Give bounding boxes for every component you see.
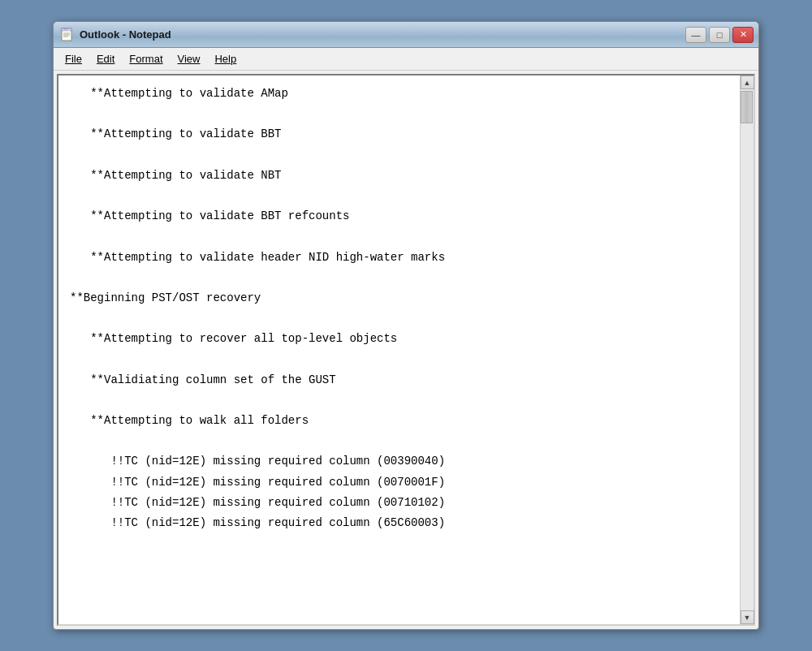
menu-item-view[interactable]: View [171,50,207,67]
title-bar-left: Outlook - Notepad [60,28,171,42]
title-bar: Outlook - Notepad — □ ✕ [54,22,758,48]
window-controls: — □ ✕ [685,27,754,43]
svg-rect-5 [64,28,67,29]
notepad-window: Outlook - Notepad — □ ✕ FileEditFormatVi… [53,21,759,630]
notepad-icon [60,28,75,42]
content-area: **Attempting to validate AMap **Attempti… [57,74,755,626]
maximize-button[interactable]: □ [709,27,730,43]
menu-item-help[interactable]: Help [208,50,243,67]
minimize-button[interactable]: — [685,27,706,43]
scrollbar: ▲ ▼ [740,75,754,624]
window-title: Outlook - Notepad [80,28,171,41]
scroll-down-button[interactable]: ▼ [741,610,754,624]
menu-item-edit[interactable]: Edit [90,50,121,67]
menu-bar: FileEditFormatViewHelp [54,48,758,71]
close-button[interactable]: ✕ [732,27,754,43]
scroll-up-button[interactable]: ▲ [741,75,754,89]
scroll-thumb[interactable] [741,91,753,123]
menu-item-file[interactable]: File [58,50,89,67]
scroll-track[interactable] [741,89,754,610]
text-editor[interactable]: **Attempting to validate AMap **Attempti… [58,75,740,624]
menu-item-format[interactable]: Format [123,50,169,67]
